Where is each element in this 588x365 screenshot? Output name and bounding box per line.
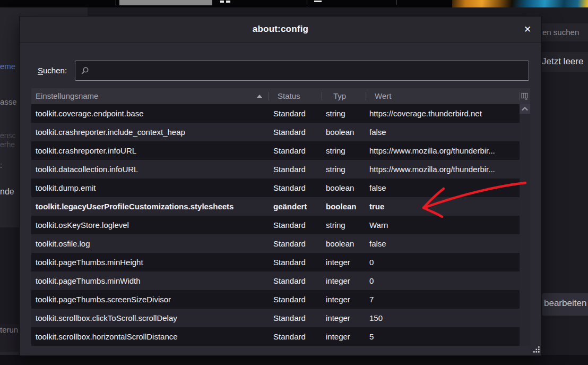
cell-type: boolean bbox=[322, 123, 366, 141]
bg-text-fragment: ensc bbox=[0, 131, 16, 140]
vertical-scrollbar[interactable] bbox=[520, 104, 530, 346]
cell-name: toolkit.datacollection.infoURL bbox=[31, 160, 269, 179]
edit-config-button-label-fragment: bearbeiten bbox=[544, 298, 586, 309]
cell-value: 5 bbox=[366, 327, 520, 346]
cell-type: integer bbox=[322, 253, 366, 271]
cell-type: integer bbox=[322, 309, 366, 327]
table-row[interactable]: toolkit.datacollection.infoURLStandardst… bbox=[31, 160, 520, 179]
table-row[interactable]: toolkit.pageThumbs.screenSizeDivisorStan… bbox=[31, 290, 520, 309]
cell-type: string bbox=[322, 216, 366, 234]
column-header-name[interactable]: Einstellungsname bbox=[31, 88, 269, 104]
cell-name: toolkit.legacyUserProfileCustomizations.… bbox=[31, 197, 269, 216]
tab-text-fragment bbox=[226, 1, 230, 3]
table-row[interactable]: toolkit.pageThumbs.minWidthStandardinteg… bbox=[31, 271, 520, 290]
bg-text-fragment: eme bbox=[0, 62, 15, 71]
cell-name: toolkit.scrollbox.clickToScroll.scrollDe… bbox=[31, 309, 269, 327]
bg-text-fragment: terun bbox=[0, 325, 18, 334]
cell-status: Standard bbox=[269, 216, 322, 234]
dialog-title: about:config bbox=[20, 24, 541, 35]
table-row[interactable]: toolkit.dump.emitStandardbooleanfalse bbox=[31, 179, 520, 197]
chevron-up-icon bbox=[520, 104, 530, 114]
tab-separator bbox=[116, 0, 116, 5]
clear-now-button-fragment[interactable]: Jetzt leere bbox=[542, 56, 583, 67]
wallpaper-artwork bbox=[452, 0, 588, 7]
cell-value: false bbox=[366, 179, 520, 197]
cell-status: Standard bbox=[269, 271, 322, 290]
table-row[interactable]: toolkit.coverage.endpoint.baseStandardst… bbox=[31, 104, 520, 123]
cell-value: false bbox=[366, 123, 520, 141]
table-row[interactable]: toolkit.scrollbox.clickToScroll.scrollDe… bbox=[31, 309, 520, 327]
bg-text-fragment: nde bbox=[0, 187, 14, 197]
cell-value: https://www.mozilla.org/thunderbir... bbox=[366, 160, 520, 179]
tab-fragment bbox=[119, 0, 212, 5]
cell-type: boolean bbox=[322, 197, 366, 216]
about-config-dialog: about:config ✕ Suchen: Einstellungsname … bbox=[19, 16, 542, 356]
tab-separator bbox=[307, 0, 307, 5]
column-picker-button[interactable] bbox=[520, 88, 530, 104]
cell-status: Standard bbox=[269, 160, 322, 179]
resize-grip[interactable] bbox=[533, 346, 540, 353]
cell-type: integer bbox=[322, 290, 366, 309]
cell-name: toolkit.pageThumbs.screenSizeDivisor bbox=[31, 290, 269, 309]
cell-status: Standard bbox=[269, 309, 322, 327]
sort-ascending-icon bbox=[257, 95, 262, 98]
cell-status: Standard bbox=[269, 253, 322, 271]
cell-value: false bbox=[366, 234, 520, 253]
search-icon bbox=[81, 66, 89, 75]
cell-status: Standard bbox=[269, 141, 322, 160]
cell-type: boolean bbox=[322, 179, 366, 197]
table-body: toolkit.coverage.endpoint.baseStandardst… bbox=[31, 104, 520, 346]
table-row[interactable]: toolkit.osKeyStore.loglevelStandardstrin… bbox=[31, 216, 520, 234]
cell-type: integer bbox=[322, 327, 366, 346]
close-icon[interactable]: ✕ bbox=[520, 22, 535, 37]
table-row[interactable]: toolkit.osfile.logStandardbooleanfalse bbox=[31, 234, 520, 253]
background-tab-strip bbox=[0, 0, 588, 7]
dialog-titlebar: about:config ✕ bbox=[20, 16, 541, 43]
cell-type: string bbox=[322, 141, 366, 160]
cell-status: Standard bbox=[269, 104, 322, 123]
cell-name: toolkit.pageThumbs.minHeight bbox=[31, 253, 269, 271]
column-header-value[interactable]: Wert bbox=[366, 88, 520, 104]
table-row[interactable]: toolkit.legacyUserProfileCustomizations.… bbox=[31, 197, 520, 216]
cell-name: toolkit.osfile.log bbox=[31, 234, 269, 253]
cell-name: toolkit.crashreporter.infoURL bbox=[31, 141, 269, 160]
cell-status: Standard bbox=[269, 123, 322, 141]
cell-status: Standard bbox=[269, 290, 322, 309]
table-row[interactable]: toolkit.crashreporter.infoURLStandardstr… bbox=[31, 141, 520, 160]
cell-name: toolkit.osKeyStore.loglevel bbox=[31, 216, 269, 234]
column-picker-icon bbox=[521, 92, 529, 100]
scroll-up-button[interactable] bbox=[520, 104, 530, 114]
tab-separator bbox=[396, 0, 397, 5]
tab-text-fragment bbox=[220, 1, 224, 3]
search-input[interactable] bbox=[75, 61, 529, 81]
settings-search-placeholder-fragment: en suchen bbox=[542, 28, 579, 37]
cell-type: integer bbox=[322, 271, 366, 290]
cell-name: toolkit.dump.emit bbox=[31, 179, 269, 197]
column-header-status[interactable]: Status bbox=[269, 88, 322, 104]
cell-type: boolean bbox=[322, 234, 366, 253]
cell-name: toolkit.scrollbox.horizontalScrollDistan… bbox=[31, 327, 269, 346]
cell-value: 0 bbox=[366, 253, 520, 271]
cell-status: Standard bbox=[269, 234, 322, 253]
table-row[interactable]: toolkit.crashreporter.include_context_he… bbox=[31, 123, 520, 141]
bg-text-fragment: erhe bbox=[0, 140, 15, 149]
bg-text-fragment: asse bbox=[0, 97, 17, 106]
cell-status: geändert bbox=[269, 197, 322, 216]
cell-value: 7 bbox=[366, 290, 520, 309]
table-header: Einstellungsname Status Typ Wert bbox=[31, 88, 530, 104]
background-bottom-strip bbox=[0, 355, 588, 365]
column-header-type[interactable]: Typ bbox=[322, 88, 366, 104]
cell-name: toolkit.pageThumbs.minWidth bbox=[31, 271, 269, 290]
table-row[interactable]: toolkit.scrollbox.horizontalScrollDistan… bbox=[31, 327, 520, 346]
bg-text-fragment: : bbox=[0, 161, 2, 169]
cell-status: Standard bbox=[269, 327, 322, 346]
cell-value: 0 bbox=[366, 271, 520, 290]
cell-value: true bbox=[366, 197, 520, 216]
cell-name: toolkit.crashreporter.include_context_he… bbox=[31, 123, 269, 141]
cell-type: string bbox=[322, 160, 366, 179]
tab-text-fragment bbox=[314, 1, 322, 2]
cell-value: 150 bbox=[366, 309, 520, 327]
table-row[interactable]: toolkit.pageThumbs.minHeightStandardinte… bbox=[31, 253, 520, 271]
cell-value: https://www.mozilla.org/thunderbir... bbox=[366, 141, 520, 160]
cell-name: toolkit.coverage.endpoint.base bbox=[31, 104, 269, 123]
